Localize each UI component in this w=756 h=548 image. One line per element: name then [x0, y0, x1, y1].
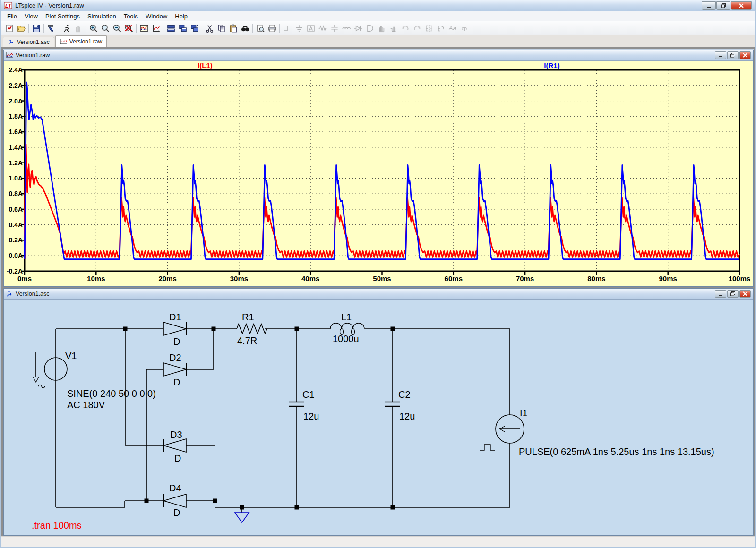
component-label-D1[interactable]: D1 — [169, 312, 181, 322]
component-label-I1[interactable]: PULSE(0 625mA 1ns 5.25us 1ns 1ns 13.15us… — [519, 446, 714, 457]
component-label-D1[interactable]: D — [173, 336, 180, 347]
print-preview-icon[interactable] — [254, 23, 266, 34]
ltspice-app: LT LTspice IV - Version1.raw FileViewPlo… — [0, 0, 756, 548]
component-label-C2[interactable]: 12u — [399, 411, 415, 421]
schematic-window[interactable]: Version1.asc V1SINE(0 240 50 0 0 0)AC 18… — [3, 288, 754, 536]
copy-icon[interactable] — [215, 23, 227, 34]
minimize-button[interactable] — [702, 1, 716, 10]
schematic-icon — [6, 291, 13, 297]
legend-I(L1): I(L1) — [198, 61, 213, 69]
capacitor-icon — [328, 23, 340, 34]
print-icon[interactable] — [266, 23, 278, 34]
find-icon[interactable] — [239, 23, 251, 34]
tile-vertical-icon[interactable] — [189, 23, 200, 34]
waveform-icon — [60, 38, 67, 45]
menu-tools[interactable]: Tools — [120, 12, 142, 21]
cut-icon[interactable] — [204, 23, 215, 34]
component-label-V1[interactable]: V1 — [65, 351, 77, 361]
menu-file[interactable]: File — [3, 12, 21, 21]
control-panel-icon[interactable] — [45, 23, 57, 34]
component-label-R1[interactable]: 4.7R — [237, 335, 257, 346]
spice-directive-icon: .op — [458, 23, 470, 34]
component-label-D2[interactable]: D2 — [169, 352, 181, 363]
component-label-V1[interactable]: AC 180V — [67, 400, 105, 410]
schematic-background — [4, 300, 753, 535]
ground-icon — [293, 23, 305, 34]
tab-version1.raw[interactable]: Version1.raw — [55, 35, 107, 47]
cascade-icon[interactable] — [177, 23, 189, 34]
restore-button[interactable] — [727, 290, 739, 298]
component-label-D4[interactable]: D — [173, 507, 180, 518]
component-label-C1[interactable]: 12u — [303, 411, 319, 421]
component-label-D2[interactable]: D — [173, 377, 180, 387]
menu-help[interactable]: Help — [171, 12, 191, 21]
run-icon[interactable] — [60, 23, 72, 34]
autorange-icon[interactable] — [150, 23, 162, 34]
y-tick-label: 1.4A — [9, 144, 23, 151]
menu-plot-settings[interactable]: Plot Settings — [42, 12, 84, 21]
component-label-L1[interactable]: L1 — [341, 312, 352, 322]
minimize-button[interactable] — [715, 51, 726, 59]
waveform-window[interactable]: Version1.raw 0ms10ms20ms30ms40ms50ms60ms… — [3, 50, 754, 287]
zoom-in-icon[interactable] — [87, 23, 99, 34]
zoom-full-icon[interactable] — [99, 23, 111, 34]
close-button[interactable] — [731, 1, 752, 10]
y-tick-label: -0.2A — [7, 267, 23, 275]
component-label-D3[interactable]: D3 — [170, 429, 182, 440]
component-label-I1[interactable]: I1 — [520, 408, 528, 418]
schematic-canvas[interactable]: V1SINE(0 240 50 0 0 0)AC 180VD1DD2DD3DD4… — [4, 300, 753, 535]
menu-view[interactable]: View — [21, 12, 42, 21]
component-label-L1[interactable]: 1000u — [333, 334, 359, 344]
toolbar-separator — [86, 24, 86, 33]
x-tick-label: 70ms — [516, 274, 534, 283]
tile-horizontal-icon[interactable] — [165, 23, 177, 34]
junction-dot — [123, 327, 128, 331]
mirror-icon — [423, 23, 435, 34]
component-label-C1[interactable]: C1 — [302, 389, 315, 400]
open-icon[interactable] — [15, 23, 27, 34]
minimize-button[interactable] — [715, 290, 726, 298]
y-tick-label: 1.6A — [9, 128, 23, 136]
x-tick-label: 60ms — [445, 274, 463, 283]
restore-button[interactable] — [716, 1, 730, 10]
menu-window[interactable]: Window — [142, 12, 171, 21]
save-icon[interactable] — [30, 23, 42, 34]
junction-dot — [240, 505, 244, 510]
component-label-R1[interactable]: R1 — [242, 312, 254, 322]
spice-directive-text[interactable]: .tran 100ms — [32, 520, 82, 531]
status-bar — [1, 536, 755, 547]
plot-settings-icon[interactable] — [138, 23, 150, 34]
schematic-window-titlebar[interactable]: Version1.asc — [4, 289, 753, 300]
tab-version1.asc[interactable]: Version1.asc — [3, 37, 54, 47]
toolbar-separator — [136, 24, 137, 33]
menu-simulation[interactable]: Simulation — [84, 12, 120, 21]
main-titlebar: LT LTspice IV - Version1.raw — [1, 0, 755, 11]
label-icon — [305, 23, 317, 34]
component-label-D4[interactable]: D4 — [169, 483, 181, 493]
zoom-out-icon[interactable] — [111, 23, 123, 34]
component-label-D3[interactable]: D — [174, 453, 181, 463]
drag-icon — [387, 23, 399, 34]
x-tick-label: 0ms — [17, 274, 32, 283]
junction-dot — [391, 505, 395, 510]
component-label-C2[interactable]: C2 — [398, 389, 411, 400]
legend-I(R1): I(R1) — [544, 61, 559, 69]
waveform-window-titlebar[interactable]: Version1.raw — [4, 50, 753, 61]
x-tick-label: 40ms — [301, 274, 319, 283]
paste-icon[interactable] — [227, 23, 239, 34]
close-button[interactable] — [739, 290, 751, 298]
wire-icon — [281, 23, 293, 34]
close-button[interactable] — [739, 51, 751, 59]
x-tick-label: 50ms — [373, 274, 391, 283]
y-tick-label: 2.2A — [9, 82, 23, 89]
zoom-off-icon[interactable] — [123, 23, 135, 34]
move-icon — [376, 23, 387, 34]
junction-dot — [145, 499, 149, 503]
y-tick-label: 0.8A — [9, 190, 23, 197]
toolbar-separator — [59, 24, 59, 33]
toolbar: Aa.op — [1, 21, 755, 35]
component-label-V1[interactable]: SINE(0 240 50 0 0 0) — [67, 388, 156, 399]
restore-button[interactable] — [727, 51, 739, 59]
waveform-plot[interactable]: 0ms10ms20ms30ms40ms50ms60ms70ms80ms90ms1… — [4, 61, 753, 286]
new-icon[interactable] — [3, 23, 15, 34]
